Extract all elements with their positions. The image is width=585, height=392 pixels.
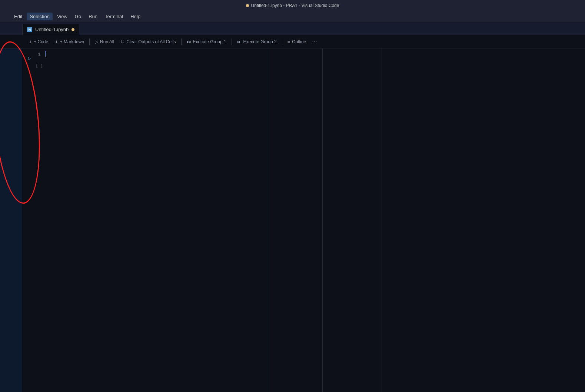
- outline-icon: ≡: [287, 39, 290, 44]
- text-cursor: [45, 51, 46, 57]
- clear-outputs-label: Clear Outputs of All Cells: [126, 39, 176, 44]
- toolbar-sep-1: [89, 38, 90, 45]
- execute-group1-label: Execute Group 1: [193, 39, 226, 44]
- execute-group2-icon: ⏭: [237, 39, 242, 44]
- add-code-button[interactable]: + + Code: [26, 37, 51, 47]
- cell-editor[interactable]: 1: [34, 50, 585, 61]
- notebook-tab-icon: N: [27, 27, 32, 32]
- left-gutter: [0, 48, 22, 392]
- title-bar: Untitled-1.ipynb - PRA1 - Visual Studio …: [0, 0, 585, 11]
- window-title: Untitled-1.ipynb - PRA1 - Visual Studio …: [251, 3, 339, 8]
- add-markdown-icon: +: [55, 39, 58, 45]
- title-bar-content: Untitled-1.ipynb - PRA1 - Visual Studio …: [246, 3, 339, 8]
- more-options-button[interactable]: ···: [310, 37, 319, 47]
- line-content-1[interactable]: [45, 51, 585, 58]
- more-icon: ···: [312, 38, 317, 45]
- cell-run-icon: ▷: [28, 56, 31, 60]
- menu-selection[interactable]: Selection: [27, 13, 52, 20]
- add-markdown-button[interactable]: + + Markdown: [52, 37, 87, 47]
- tab-modified-dot: [72, 28, 74, 31]
- execute-group1-button[interactable]: ⏭ Execute Group 1: [184, 37, 229, 47]
- execute-group2-button[interactable]: ⏭ Execute Group 2: [234, 37, 280, 47]
- execute-group2-label: Execute Group 2: [243, 39, 277, 44]
- add-code-label: + Code: [34, 39, 48, 44]
- menu-run[interactable]: Run: [86, 13, 100, 20]
- toolbar-sep-4: [282, 38, 282, 45]
- add-markdown-label: + Markdown: [60, 39, 84, 44]
- run-all-button[interactable]: ▷ Run All: [92, 37, 117, 47]
- cell-line-1: 1: [34, 50, 585, 59]
- col-line-2: [322, 48, 323, 392]
- modified-indicator: [246, 4, 249, 7]
- execute-group1-icon: ⏭: [187, 39, 191, 44]
- toolbar-sep-3: [232, 38, 232, 45]
- menu-help[interactable]: Help: [127, 13, 143, 20]
- run-all-icon: ▷: [95, 39, 98, 44]
- outline-label: Outline: [292, 39, 306, 44]
- notebook-tab[interactable]: N Untitled-1.ipynb: [22, 24, 79, 35]
- notebook-area[interactable]: ▷ 1 [ ]: [22, 48, 585, 392]
- menu-go[interactable]: Go: [72, 13, 84, 20]
- clear-outputs-button[interactable]: ☐ Clear Outputs of All Cells: [118, 37, 179, 47]
- run-all-label: Run All: [100, 39, 114, 44]
- col-line-1: [267, 48, 267, 392]
- add-code-icon: +: [29, 39, 32, 45]
- col-line-3: [382, 48, 382, 392]
- notebook-cell[interactable]: ▷ 1: [22, 48, 585, 64]
- notebook-tab-label: Untitled-1.ipynb: [35, 27, 69, 32]
- cell-run-button[interactable]: ▷: [25, 54, 34, 63]
- tab-bar: N Untitled-1.ipynb: [0, 22, 585, 35]
- line-number-1: 1: [34, 52, 45, 57]
- toolbar-sep-2: [181, 38, 182, 45]
- menu-view[interactable]: View: [54, 13, 70, 20]
- column-lines: [22, 48, 585, 392]
- outline-button[interactable]: ≡ Outline: [285, 37, 309, 47]
- clear-outputs-icon: ☐: [121, 39, 124, 44]
- menu-terminal[interactable]: Terminal: [102, 13, 126, 20]
- main-content: ▷ 1 [ ]: [0, 48, 585, 392]
- menu-edit[interactable]: Edit: [11, 13, 25, 20]
- notebook-toolbar: + + Code + + Markdown ▷ Run All ☐ Clear …: [0, 35, 585, 48]
- menu-bar: Edit Selection View Go Run Terminal Help: [0, 11, 585, 22]
